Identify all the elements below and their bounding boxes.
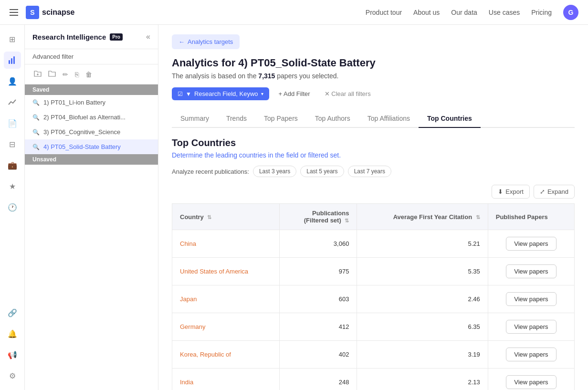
published-papers-cell-3: View papers [488,313,574,341]
avg-citation-cell-1: 5.35 [357,258,488,285]
view-papers-button-5[interactable]: View papers [506,375,556,389]
avg-citation-cell-5: 2.13 [357,369,488,390]
sidebar-item-2[interactable]: 🔍 2) PT04_Biofuel as Alternati... [25,110,158,125]
gear-rail-icon[interactable]: ⚙ [4,367,21,384]
sidebar-item-3[interactable]: 🔍 3) PT06_Cognitive_Science [25,125,158,139]
country-cell-0: China [172,230,280,258]
last-5-years-button[interactable]: Last 5 years [300,166,344,177]
publications-cell-0: 3,060 [279,230,357,258]
analytics-targets-back-button[interactable]: ← Analytics targets [172,34,240,49]
avg-citation-sort-icon: ⇅ [476,214,480,220]
country-link-4[interactable]: Korea, Republic of [180,351,231,358]
table-header-row: Country ⇅ Publications(Filtered set) ⇅ A… [172,204,575,230]
user-avatar[interactable]: G [563,5,578,20]
last-7-years-button[interactable]: Last 7 years [348,166,391,177]
country-column-header[interactable]: Country ⇅ [172,204,280,230]
edit-button[interactable]: ✏ [61,69,70,80]
table-row: India2482.13View papers [172,369,575,390]
export-button[interactable]: ⬇ Export [492,185,530,199]
copy-button[interactable]: ⎘ [74,69,80,80]
tab-top-authors[interactable]: Top Authors [306,110,359,128]
country-link-5[interactable]: India [180,379,193,386]
chart-rail-icon[interactable] [4,94,21,111]
collapse-sidebar-button[interactable]: « [146,32,150,41]
main-content: ← Analytics targets Analytics for 4) PT0… [158,25,588,390]
nav-about-us[interactable]: About us [413,9,440,16]
view-papers-button-3[interactable]: View papers [506,320,556,334]
clock-rail-icon[interactable]: 🕐 [4,199,21,216]
filter-bar: ☑ ▼ Research Field, Keywo ▾ + Add Filter… [172,87,575,100]
country-cell-4: Korea, Republic of [172,341,280,369]
delete-button[interactable]: 🗑 [84,69,94,80]
add-folder-button[interactable] [32,68,43,80]
star-rail-icon[interactable]: ★ [4,178,21,195]
filter-funnel-icon: ▼ [186,91,191,97]
analytics-rail-icon[interactable] [4,52,21,69]
upload-button[interactable] [47,68,57,80]
logo[interactable]: S scinapse [26,6,74,19]
country-link-0[interactable]: China [180,240,196,247]
briefcase-rail-icon[interactable]: 💼 [4,157,21,174]
table-row: Japan6032.46View papers [172,285,575,313]
sidebar-item-4[interactable]: 🔍 4) PT05_Solid-State Battery [25,139,158,154]
search-icon-4: 🔍 [32,144,40,150]
search-icon-1: 🔍 [32,99,40,106]
published-papers-cell-1: View papers [488,258,574,285]
country-cell-1: United States of America [172,258,280,285]
avg-citation-column-header[interactable]: Average First Year Citation ⇅ [357,204,488,230]
section-subtitle: Determine the leading countries in the f… [172,151,575,159]
country-cell-3: Germany [172,313,280,341]
table-row: United States of America9755.35View pape… [172,258,575,285]
expand-icon: ⤢ [540,188,545,195]
bell-rail-icon[interactable]: 🔔 [4,325,21,342]
avg-citation-cell-3: 6.35 [357,313,488,341]
advanced-filter-label: Advanced filter [25,49,158,64]
countries-table: Country ⇅ Publications(Filtered set) ⇅ A… [172,203,575,390]
export-icon: ⬇ [498,188,503,195]
publications-cell-3: 412 [279,313,357,341]
publications-cell-5: 248 [279,369,357,390]
megaphone-rail-icon[interactable]: 📢 [4,346,21,363]
country-sort-icon: ⇅ [207,214,211,220]
nav-product-tour[interactable]: Product tour [366,9,402,16]
pro-badge: Pro [110,33,123,41]
expand-button[interactable]: ⤢ Expand [534,185,575,199]
checkbox-icon: ☑ [178,91,183,97]
person-rail-icon[interactable]: 👤 [4,73,21,90]
blocks-rail-icon[interactable]: ⊟ [4,136,21,153]
section-title: Top Countries [172,137,575,148]
tab-top-papers[interactable]: Top Papers [255,110,306,128]
last-3-years-button[interactable]: Last 3 years [253,166,296,177]
document-rail-icon[interactable]: 📄 [4,115,21,132]
published-papers-cell-0: View papers [488,230,574,258]
country-link-2[interactable]: Japan [180,295,197,303]
sidebar-item-1[interactable]: 🔍 1) PT01_Li-ion Battery [25,95,158,110]
nav-pricing[interactable]: Pricing [531,9,552,16]
country-link-1[interactable]: United States of America [180,268,248,275]
tab-top-affiliations[interactable]: Top Affiliations [359,110,419,128]
tab-top-countries[interactable]: Top Countries [419,110,481,128]
table-row: Germany4126.35View papers [172,313,575,341]
published-papers-cell-5: View papers [488,369,574,390]
view-papers-button-2[interactable]: View papers [506,292,556,306]
home-rail-icon[interactable]: ⊞ [4,31,21,48]
nav-our-data[interactable]: Our data [451,9,477,16]
clear-all-filters-button[interactable]: ✕ Clear all filters [320,87,376,100]
saved-section-header: Saved [25,84,158,95]
view-papers-button-4[interactable]: View papers [506,348,556,361]
add-filter-button[interactable]: + Add Filter [274,87,315,100]
analytics-tabs: Summary Trends Top Papers Top Authors To… [172,110,575,128]
tab-trends[interactable]: Trends [218,110,255,128]
publications-column-header[interactable]: Publications(Filtered set) ⇅ [279,204,357,230]
view-papers-button-1[interactable]: View papers [506,264,556,278]
publications-cell-4: 402 [279,341,357,369]
research-field-filter-chip[interactable]: ☑ ▼ Research Field, Keywo ▾ [172,87,269,100]
hamburger-menu[interactable] [10,9,18,16]
view-papers-button-0[interactable]: View papers [506,237,556,251]
country-link-3[interactable]: Germany [180,323,205,330]
avg-citation-cell-0: 5.21 [357,230,488,258]
nav-use-cases[interactable]: Use cases [489,9,520,16]
sidebar-header: Research Intelligence Pro « [25,25,158,49]
link-rail-icon[interactable]: 🔗 [4,304,21,321]
tab-summary[interactable]: Summary [172,110,218,128]
